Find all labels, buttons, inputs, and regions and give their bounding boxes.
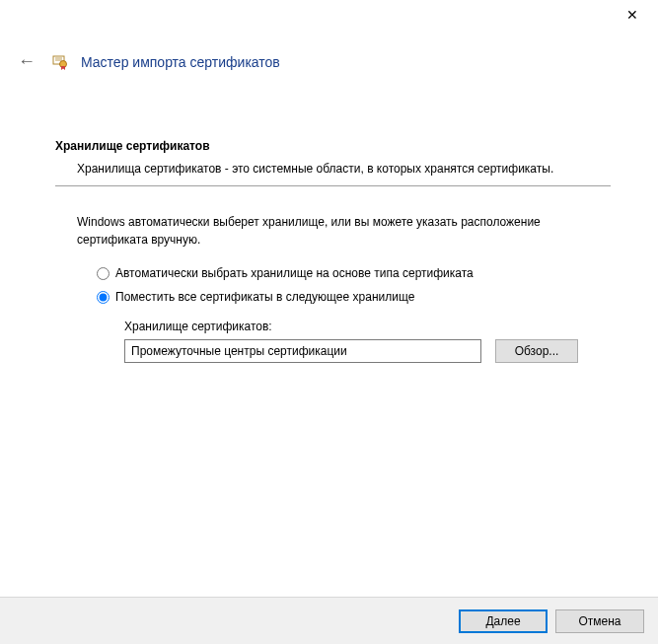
- next-button[interactable]: Далее: [459, 609, 548, 633]
- radio-group: Автоматически выбрать хранилище на основ…: [55, 266, 611, 304]
- radio-auto-label: Автоматически выбрать хранилище на основ…: [115, 266, 474, 280]
- wizard-title: Мастер импорта сертификатов: [81, 54, 280, 70]
- store-input[interactable]: [124, 339, 481, 363]
- back-arrow-icon[interactable]: ←: [14, 47, 39, 76]
- section-heading: Хранилище сертификатов: [55, 139, 611, 153]
- divider: [55, 185, 611, 186]
- radio-auto-input[interactable]: [97, 267, 110, 280]
- wizard-header: ← Мастер импорта сертификатов: [0, 30, 658, 84]
- instruction-text: Windows автоматически выберет хранилище,…: [55, 214, 611, 249]
- wizard-footer: Далее Отмена: [0, 597, 658, 644]
- radio-place-label: Поместить все сертификаты в следующее хр…: [115, 290, 414, 304]
- browse-button[interactable]: Обзор...: [495, 339, 578, 363]
- close-icon[interactable]: ✕: [619, 3, 646, 27]
- radio-place-all[interactable]: Поместить все сертификаты в следующее хр…: [97, 290, 611, 304]
- section-description: Хранилища сертификатов - это системные о…: [55, 161, 611, 178]
- store-field-label: Хранилище сертификатов:: [124, 320, 611, 333]
- certificate-store-block: Хранилище сертификатов: Обзор...: [55, 320, 611, 363]
- store-row: Обзор...: [124, 339, 611, 363]
- radio-place-input[interactable]: [97, 291, 110, 304]
- titlebar: ✕: [0, 0, 658, 30]
- certificate-wizard-icon: [51, 53, 69, 71]
- radio-auto-select[interactable]: Автоматически выбрать хранилище на основ…: [97, 266, 611, 280]
- cancel-button[interactable]: Отмена: [555, 609, 644, 633]
- wizard-content: Хранилище сертификатов Хранилища сертифи…: [0, 84, 658, 363]
